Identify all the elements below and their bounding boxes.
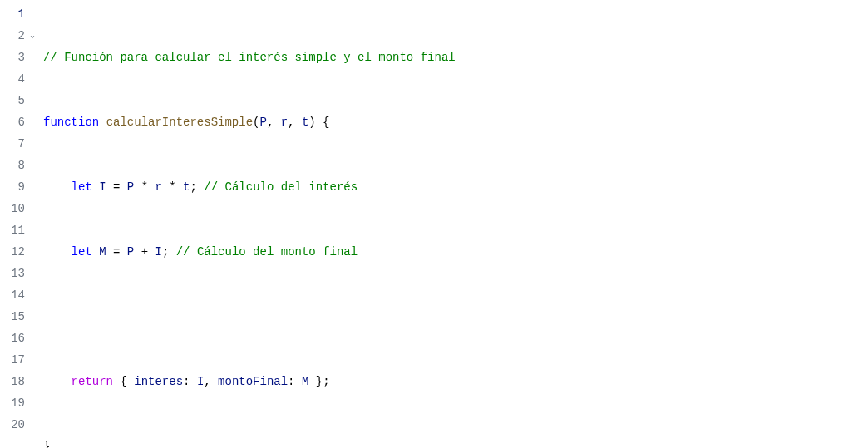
line-number: 19 bbox=[0, 392, 33, 414]
line-number: 15 bbox=[0, 306, 33, 327]
line-number: 13 bbox=[0, 263, 33, 284]
line-number: 1 bbox=[0, 3, 33, 25]
code-line: } bbox=[43, 436, 868, 448]
code-content[interactable]: // Función para calcular el interés simp… bbox=[33, 0, 868, 448]
code-line: let M = P + I; // Cálculo del monto fina… bbox=[43, 241, 868, 263]
line-number: 6 bbox=[0, 111, 33, 133]
code-line: // Función para calcular el interés simp… bbox=[43, 47, 868, 68]
line-number: 17 bbox=[0, 349, 33, 371]
line-number: 2⌄ bbox=[0, 25, 33, 47]
line-number: 18 bbox=[0, 371, 33, 392]
line-number: 8 bbox=[0, 155, 33, 176]
line-number: 20 bbox=[0, 414, 33, 436]
line-number: 16 bbox=[0, 327, 33, 349]
line-number: 7 bbox=[0, 133, 33, 155]
fold-icon[interactable]: ⌄ bbox=[30, 25, 35, 47]
code-line: function calcularInteresSimple(P, r, t) … bbox=[43, 111, 868, 133]
line-number: 12 bbox=[0, 241, 33, 263]
code-editor[interactable]: 1 2⌄ 3 4 5 6 7 8 9 10 11 12 13 14 15 16 … bbox=[0, 0, 868, 448]
code-line bbox=[43, 306, 868, 327]
line-number: 11 bbox=[0, 219, 33, 241]
line-number: 5 bbox=[0, 90, 33, 111]
line-number: 14 bbox=[0, 284, 33, 306]
line-number: 4 bbox=[0, 68, 33, 90]
code-line: return { interes: I, montoFinal: M }; bbox=[43, 371, 868, 392]
line-number: 10 bbox=[0, 198, 33, 219]
code-line: let I = P * r * t; // Cálculo del interé… bbox=[43, 176, 868, 198]
line-number: 3 bbox=[0, 47, 33, 68]
line-number-gutter: 1 2⌄ 3 4 5 6 7 8 9 10 11 12 13 14 15 16 … bbox=[0, 0, 33, 448]
line-number: 9 bbox=[0, 176, 33, 198]
